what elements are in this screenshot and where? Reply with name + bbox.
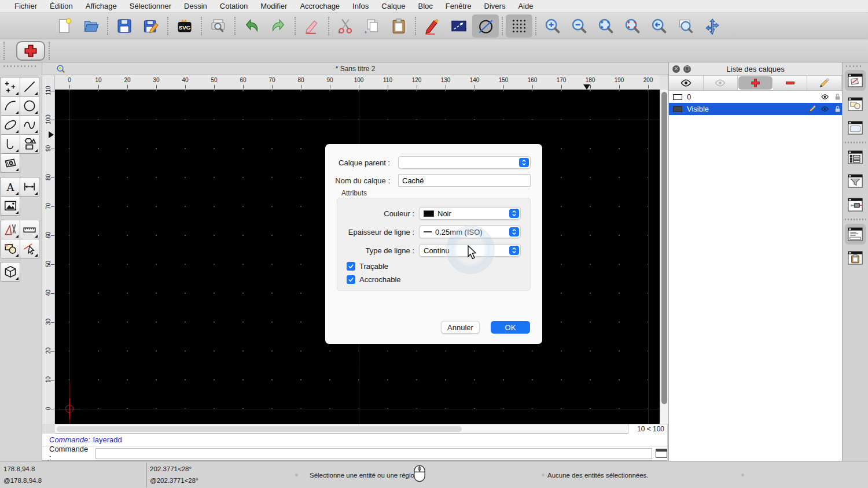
cancel-button[interactable]: Annuler: [441, 321, 480, 334]
copy-button[interactable]: +: [359, 14, 385, 38]
undo-button[interactable]: [238, 14, 265, 38]
layer-row-visible[interactable]: Visible: [669, 103, 842, 115]
menu-fichier[interactable]: Fichier: [8, 2, 43, 10]
new-file-button[interactable]: [51, 14, 78, 38]
selection-box-button[interactable]: [446, 14, 472, 38]
select-entity-tool-button[interactable]: [20, 239, 39, 258]
scrollbar-thumb[interactable]: [661, 92, 667, 404]
menu-calque[interactable]: Calque: [375, 2, 411, 10]
vertical-scrollbar[interactable]: [660, 90, 668, 424]
measure-tool-button[interactable]: [20, 220, 39, 239]
accrochable-checkbox[interactable]: [347, 275, 355, 284]
text-tool-button[interactable]: A: [1, 177, 20, 197]
edit-layer-button[interactable]: [807, 76, 842, 90]
menu-accrochage[interactable]: Accrochage: [293, 2, 346, 10]
zoom-previous-button[interactable]: [646, 14, 672, 38]
hatch-tool-button[interactable]: [1, 153, 20, 173]
dock-block-list-button[interactable]: [845, 94, 866, 114]
zoom-out-button[interactable]: [566, 14, 593, 38]
layer-name: 0: [687, 93, 691, 101]
menu-cotation[interactable]: Cotation: [214, 2, 254, 10]
spline-tool-button[interactable]: [20, 115, 39, 135]
h-ruler-tick-label: 30: [148, 77, 165, 83]
blocks-tool-button[interactable]: [1, 239, 20, 258]
remove-layer-button[interactable]: [773, 76, 808, 90]
add-layer-button[interactable]: [738, 76, 773, 90]
dock-separator: [845, 142, 866, 143]
image-tool-button[interactable]: [1, 196, 20, 216]
hide-all-layers-button[interactable]: [704, 76, 738, 90]
dock-pen-palette-button[interactable]: [845, 194, 866, 215]
menu-dessin[interactable]: Dessin: [178, 2, 214, 10]
color-dropdown[interactable]: Noir: [419, 207, 521, 220]
menu-fenetre[interactable]: Fenêtre: [439, 2, 478, 10]
save-as-button[interactable]: [138, 14, 164, 38]
zoom-fit-button[interactable]: [619, 14, 646, 38]
ellipse-tool-button[interactable]: [1, 115, 20, 135]
dock-clipboard-button[interactable]: [845, 247, 866, 268]
h-ruler-tick-label: 180: [582, 77, 599, 83]
zoom-pan-button[interactable]: [699, 14, 726, 38]
menu-aide[interactable]: Aide: [512, 2, 539, 10]
command-input[interactable]: [95, 448, 652, 459]
polygon-tool-button[interactable]: [20, 134, 39, 154]
delete-entities-button[interactable]: [299, 14, 325, 38]
circle-tool-button[interactable]: [20, 96, 39, 116]
dimension-tool-button[interactable]: [20, 177, 39, 197]
dock-selection-filter-button[interactable]: [845, 171, 866, 191]
paste-button[interactable]: [385, 14, 412, 38]
menu-affichage[interactable]: Affichage: [79, 2, 123, 10]
open-file-button[interactable]: [78, 14, 104, 38]
menu-edition[interactable]: Édition: [43, 2, 79, 10]
dock-command-widget-button[interactable]: [845, 224, 866, 245]
arc-tool-button[interactable]: [1, 96, 20, 116]
cut-button[interactable]: +: [332, 14, 359, 38]
zoom-window-button[interactable]: [672, 14, 699, 38]
ok-button[interactable]: OK: [491, 321, 530, 334]
dock-library-browser-button[interactable]: [845, 117, 866, 138]
polyline-tool-button[interactable]: [1, 134, 20, 154]
document-title-bar: * Sans titre 2: [42, 62, 668, 75]
h-ruler-tick-label: 140: [466, 77, 483, 83]
parent-layer-dropdown[interactable]: [398, 156, 531, 169]
dock-layer-list-button[interactable]: [845, 70, 866, 91]
solid-tool-button[interactable]: [1, 262, 20, 282]
draw-order-button[interactable]: [419, 14, 446, 38]
show-all-layers-button[interactable]: [669, 76, 704, 90]
draft-mode-button[interactable]: [472, 14, 499, 38]
layer-visibility-icon[interactable]: [821, 93, 829, 101]
drag-handle[interactable]: [846, 65, 863, 67]
save-button[interactable]: [111, 14, 138, 38]
print-preview-button[interactable]: [205, 14, 231, 38]
zoom-in-button[interactable]: [539, 14, 566, 38]
color-label: Couleur :: [337, 209, 414, 218]
scrollbar-thumb[interactable]: [57, 426, 462, 432]
menu-modifier[interactable]: Modifier: [254, 2, 293, 10]
toolbar-separator: [415, 17, 416, 35]
points-tool-button[interactable]: [1, 77, 20, 97]
layer-visibility-icon[interactable]: [821, 105, 829, 113]
layer-name-input[interactable]: [398, 174, 531, 187]
zoom-auto-button[interactable]: [593, 14, 619, 38]
layer-lock-icon[interactable]: [833, 93, 842, 101]
drag-handle[interactable]: [3, 65, 37, 67]
menu-bloc[interactable]: Bloc: [411, 2, 439, 10]
tracable-checkbox[interactable]: [347, 262, 355, 271]
add-layer-plus-button[interactable]: [16, 41, 45, 61]
edit-layer-icon[interactable]: [808, 105, 816, 113]
menu-selectionner[interactable]: Sélectionner: [123, 2, 178, 10]
layer-row-0[interactable]: 0: [669, 91, 842, 103]
horizontal-scrollbar[interactable]: 10 < 100: [55, 424, 667, 434]
dock-entity-list-button[interactable]: [845, 147, 866, 168]
grid-toggle-button[interactable]: [506, 14, 532, 38]
layer-lock-icon[interactable]: [833, 105, 842, 113]
menu-infos[interactable]: Infos: [346, 2, 375, 10]
menu-divers[interactable]: Divers: [478, 2, 512, 10]
command-window-toggle-icon[interactable]: [656, 449, 667, 458]
toolbar-separator: [328, 17, 329, 35]
line-tool-button[interactable]: [20, 77, 39, 97]
redo-button[interactable]: [265, 14, 292, 38]
modify-tool-button[interactable]: [1, 220, 20, 239]
attributes-group-label: Attributs: [341, 189, 367, 197]
export-svg-button[interactable]: SVG: [171, 14, 198, 38]
